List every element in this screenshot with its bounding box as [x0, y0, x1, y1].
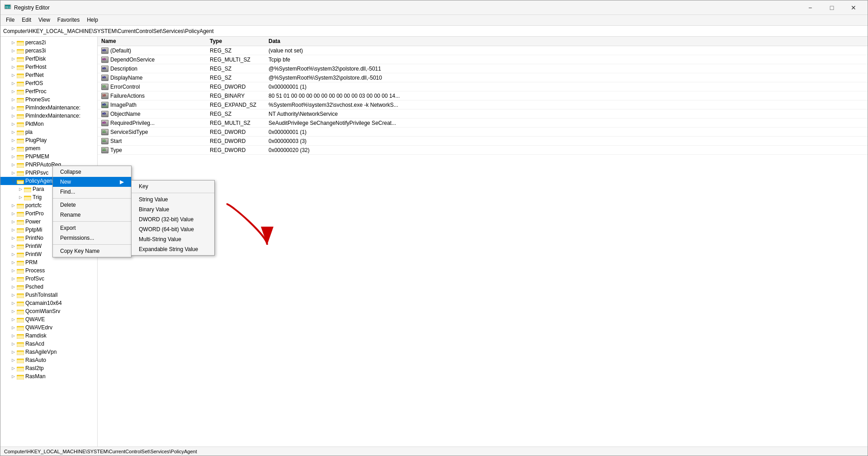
close-button[interactable]: ✕ — [843, 3, 864, 13]
tree-item-phonesvc[interactable]: ▷ PhoneSvc — [0, 95, 97, 104]
table-row[interactable]: RequiredPrivileg... REG_MULTI_SZ SeAudit… — [98, 119, 868, 128]
window-title: Registry Editor — [14, 5, 50, 11]
tree-label: PerfNet — [25, 72, 44, 78]
tree-item-qwavedrv[interactable]: ▷ QWAVEdrv — [0, 323, 97, 332]
tree-item-perfdisk[interactable]: ▷ PerfDisk — [0, 55, 97, 63]
expand-icon: ▷ — [9, 71, 17, 79]
expand-icon: ▷ — [9, 161, 17, 168]
tree-item-pla[interactable]: ▷ pla — [0, 128, 97, 136]
ctx-export[interactable]: Export — [53, 223, 131, 233]
tree-item-perfhost[interactable]: ▷ PerfHost — [0, 63, 97, 71]
minimize-button[interactable]: − — [800, 3, 821, 13]
submenu-string-value[interactable]: String Value — [132, 195, 214, 204]
expand-icon: ▷ — [9, 88, 17, 95]
submenu-binary-value[interactable]: Binary Value — [132, 204, 214, 214]
tree-item-profsvc[interactable]: ▷ ProfSvc — [0, 275, 97, 283]
reg-dword-icon — [101, 147, 108, 153]
table-row[interactable]: DependOnService REG_MULTI_SZ Tcpip bfe — [98, 55, 868, 64]
row-type: REG_EXPAND_SZ — [210, 102, 269, 108]
tree-item-percas3i[interactable]: ▷ percas3i — [0, 47, 97, 55]
tree-item-rasman[interactable]: ▷ RasMan — [0, 372, 97, 380]
ctx-new[interactable]: New ▶ — [53, 177, 131, 187]
tree-item-ramdisk[interactable]: ▷ Ramdisk — [0, 332, 97, 340]
reg-string-icon — [101, 66, 108, 72]
row-type: REG_MULTI_SZ — [210, 57, 269, 63]
reg-string-icon — [101, 75, 108, 81]
table-row[interactable]: DisplayName REG_SZ @%SystemRoot%\System3… — [98, 73, 868, 82]
tree-item-perfos[interactable]: ▷ PerfOS — [0, 79, 97, 87]
svg-rect-27 — [17, 132, 24, 135]
tree-item-qcamain[interactable]: ▷ Qcamain10x64 — [0, 299, 97, 307]
detail-header: Name Type Data — [98, 37, 868, 46]
expand-icon: ▷ — [9, 324, 17, 331]
ctx-delete[interactable]: Delete — [53, 200, 131, 210]
row-type: REG_BINARY — [210, 93, 269, 99]
folder-icon — [24, 186, 31, 192]
table-row[interactable]: Description REG_SZ @%SystemRoot%\system3… — [98, 64, 868, 73]
ctx-rename[interactable]: Rename — [53, 210, 131, 220]
tree-item-qcomwlan[interactable]: ▷ QcomWlanSrv — [0, 307, 97, 315]
row-data: %SystemRoot%\system32\svchost.exe -k Net… — [269, 102, 864, 108]
maximize-button[interactable]: □ — [821, 3, 842, 13]
svg-rect-48 — [17, 221, 24, 225]
folder-icon — [17, 113, 24, 119]
tree-label: PrintW — [25, 243, 42, 249]
ctx-find[interactable]: Find... — [53, 187, 131, 197]
menu-file[interactable]: File — [2, 16, 18, 24]
tree-item-psched[interactable]: ▷ Psched — [0, 283, 97, 291]
tree-item-plugplay[interactable]: ▷ PlugPlay — [0, 136, 97, 144]
row-name: ServiceSidType — [110, 129, 210, 135]
row-data: 0x00000003 (3) — [269, 138, 864, 144]
tree-item-pnpmem[interactable]: ▷ PNPMEM — [0, 152, 97, 161]
menu-help[interactable]: Help — [83, 16, 102, 24]
folder-icon — [17, 81, 24, 86]
tree-item-perfproc[interactable]: ▷ PerfProc — [0, 87, 97, 95]
submenu-multi-string-value[interactable]: Multi-String Value — [132, 234, 214, 244]
tree-item-perfnet[interactable]: ▷ PerfNet — [0, 71, 97, 79]
folder-icon — [17, 203, 24, 209]
menu-view[interactable]: View — [35, 16, 54, 24]
tree-label: Psched — [25, 284, 43, 290]
tree-item-rasauto[interactable]: ▷ RasAuto — [0, 356, 97, 364]
tree-label: PrintW — [25, 251, 42, 257]
menu-edit[interactable]: Edit — [18, 16, 35, 24]
tree-item-rasl2tp[interactable]: ▷ Rasl2tp — [0, 364, 97, 372]
table-row[interactable]: ImagePath REG_EXPAND_SZ %SystemRoot%\sys… — [98, 100, 868, 109]
tree-item-pimindex1[interactable]: ▷ PimIndexMaintenance: — [0, 104, 97, 112]
menu-favorites[interactable]: Favorites — [54, 16, 83, 24]
tree-item-prm[interactable]: ▷ PRM — [0, 258, 97, 266]
table-row[interactable]: (Default) REG_SZ (value not set) — [98, 46, 868, 55]
svg-rect-35 — [17, 164, 24, 168]
expand-icon: ▷ — [9, 39, 17, 46]
svg-rect-7 — [17, 50, 24, 54]
table-row[interactable]: Start REG_DWORD 0x00000003 (3) — [98, 137, 868, 146]
ctx-collapse[interactable]: Collapse — [53, 167, 131, 177]
table-row[interactable]: ErrorControl REG_DWORD 0x00000001 (1) — [98, 82, 868, 91]
submenu-key[interactable]: Key — [132, 181, 214, 191]
table-row[interactable]: FailureActions REG_BINARY 80 51 01 00 00… — [98, 91, 868, 100]
address-label: Computer\HKEY_LOCAL_MACHINE\SYSTEM\Curre… — [3, 28, 214, 34]
tree-item-qwave[interactable]: ▷ QWAVE — [0, 315, 97, 323]
folder-icon — [17, 309, 24, 314]
submenu-qword-value[interactable]: QWORD (64-bit) Value — [132, 224, 214, 234]
tree-item-pimindex2[interactable]: ▷ PimIndexMaintenance: — [0, 112, 97, 120]
tree-item-rasagilevpn[interactable]: ▷ RasAgileVpn — [0, 348, 97, 356]
table-row[interactable]: Type REG_DWORD 0x00000020 (32) — [98, 146, 868, 155]
table-row[interactable]: ServiceSidType REG_DWORD 0x00000001 (1) — [98, 128, 868, 137]
row-name: FailureActions — [110, 93, 210, 99]
row-data: 0x00000001 (1) — [269, 84, 864, 90]
svg-rect-64 — [17, 286, 24, 290]
ctx-copy-key-name[interactable]: Copy Key Name — [53, 246, 131, 256]
tree-item-pmem[interactable]: ▷ pmem — [0, 144, 97, 152]
ctx-permissions[interactable]: Permissions... — [53, 233, 131, 243]
table-row[interactable]: ObjectName REG_SZ NT Authority\NetworkSe… — [98, 109, 868, 119]
tree-item-percas2i[interactable]: ▷ percas2i — [0, 38, 97, 47]
tree-item-process[interactable]: ▷ Process — [0, 266, 97, 275]
submenu-expandable-string-value[interactable]: Expandable String Value — [132, 244, 214, 254]
tree-item-pushtoinstall[interactable]: ▷ PushToInstall — [0, 291, 97, 299]
tree-item-pktmon[interactable]: ▷ PktMon — [0, 120, 97, 128]
tree-item-rasacd[interactable]: ▷ RasAcd — [0, 340, 97, 348]
tree-label: PerfDisk — [25, 56, 46, 62]
folder-icon — [17, 227, 24, 233]
submenu-dword-value[interactable]: DWORD (32-bit) Value — [132, 214, 214, 224]
